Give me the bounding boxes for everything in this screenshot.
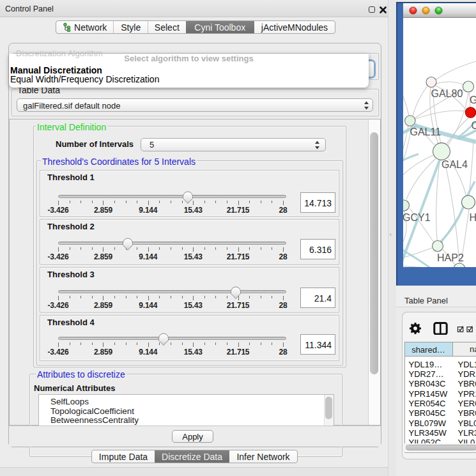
svg-text:GAL4: GAL4 [441,159,468,170]
svg-text:HAP2: HAP2 [437,252,464,263]
svg-text:GA: GA [470,95,476,105]
svg-text:C: C [472,120,476,131]
svg-text:HI: HI [470,212,476,223]
svg-text:GCY1: GCY1 [403,212,431,223]
svg-text:GAL11: GAL11 [410,127,441,137]
svg-text:GAL80: GAL80 [431,88,463,99]
